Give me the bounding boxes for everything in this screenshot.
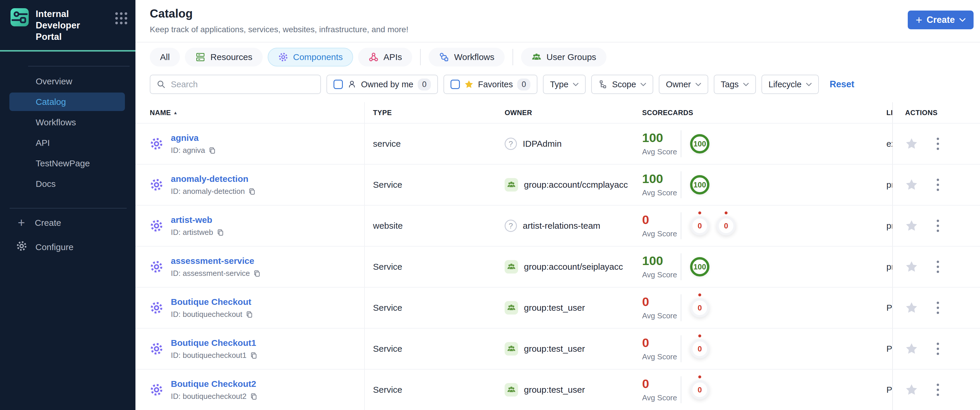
scorecard-badges: 100 <box>690 257 710 276</box>
component-name-link[interactable]: Boutique Checkout1 <box>171 338 256 348</box>
favorites-label: Favorites <box>478 80 513 89</box>
copy-icon[interactable] <box>208 147 216 154</box>
column-header-scorecards[interactable]: SCORECARDS <box>629 108 862 117</box>
tab-all[interactable]: All <box>150 48 180 67</box>
owner-name: IDPAdmin <box>523 139 562 149</box>
scorecard-badges: 0 <box>690 380 710 399</box>
tab-divider <box>420 49 421 65</box>
table-row: assessment-service ID: assessment-servic… <box>135 246 980 287</box>
column-header-owner[interactable]: OWNER <box>490 108 629 117</box>
component-id-text: ID: boutiquecheckout2 <box>171 392 247 401</box>
scorecards-cell: 100 Avg Score 100 <box>629 164 862 205</box>
type-dropdown[interactable]: Type <box>543 75 585 94</box>
kebab-menu-icon[interactable] <box>935 259 941 275</box>
copy-icon[interactable] <box>250 393 258 400</box>
component-gear-icon <box>150 383 163 397</box>
copy-icon[interactable] <box>246 311 253 318</box>
component-name-link[interactable]: assessment-service <box>171 256 254 266</box>
type-cell: Service <box>365 287 490 328</box>
sidebar-item-api[interactable]: API <box>10 134 125 152</box>
lifecycle-cell: Produc <box>862 370 892 410</box>
favorite-star-icon[interactable] <box>905 302 918 314</box>
avg-score-value: 100 <box>642 172 679 185</box>
sidebar-item-overview[interactable]: Overview <box>10 72 125 91</box>
actions-cell <box>892 124 980 164</box>
tab-workflows[interactable]: Workflows <box>429 48 504 67</box>
person-icon <box>347 80 356 89</box>
copy-icon[interactable] <box>253 270 261 277</box>
column-header-lifecycle[interactable]: LIFECYC <box>862 108 892 117</box>
favorites-filter[interactable]: Favorites 0 <box>444 75 538 94</box>
scorecard-ring: 0 <box>690 216 710 236</box>
sidebar-item-docs[interactable]: Docs <box>10 174 125 193</box>
owner-dropdown[interactable]: Owner <box>659 75 708 94</box>
kebab-menu-icon[interactable] <box>935 177 941 193</box>
type-cell: Service <box>365 329 490 369</box>
component-name-link[interactable]: Boutique Checkout <box>171 297 251 306</box>
scorecard-ring: 0 <box>690 339 710 359</box>
favorite-star-icon[interactable] <box>905 260 918 273</box>
copy-icon[interactable] <box>248 188 256 195</box>
score-divider <box>681 253 681 280</box>
owned-by-me-label: Owned by me <box>361 80 414 89</box>
column-header-type[interactable]: TYPE <box>365 108 490 117</box>
favorite-star-icon[interactable] <box>905 219 918 232</box>
tab-components[interactable]: Components <box>268 48 353 67</box>
component-name-link[interactable]: agniva <box>171 133 199 143</box>
score-divider <box>681 335 681 362</box>
component-name-link[interactable]: artist-web <box>171 215 212 225</box>
type-cell: Service <box>365 164 490 205</box>
copy-icon[interactable] <box>250 352 258 359</box>
reset-filters-link[interactable]: Reset <box>830 79 854 89</box>
type-dropdown-label: Type <box>550 80 568 89</box>
tags-dropdown[interactable]: Tags <box>714 75 756 94</box>
sidebar-item-workflows[interactable]: Workflows <box>10 113 125 131</box>
scope-dropdown[interactable]: Scope <box>591 75 653 94</box>
owned-by-me-checkbox[interactable] <box>334 80 343 89</box>
tab-user-groups[interactable]: User Groups <box>521 48 606 67</box>
component-gear-icon <box>150 219 163 233</box>
owned-by-me-filter[interactable]: Owned by me 0 <box>326 75 438 94</box>
favorite-star-icon[interactable] <box>905 342 918 355</box>
group-owner-icon <box>504 178 518 191</box>
kebab-menu-icon[interactable] <box>935 300 941 316</box>
sidebar-item-testnewpage[interactable]: TestNewPage <box>10 154 125 172</box>
type-cell: Service <box>365 370 490 410</box>
scope-dropdown-label: Scope <box>612 80 636 89</box>
search-input[interactable] <box>171 80 315 89</box>
component-name-link[interactable]: Boutique Checkout2 <box>171 379 256 389</box>
favorite-star-icon[interactable] <box>905 178 918 191</box>
plus-icon: + <box>916 16 922 24</box>
kebab-menu-icon[interactable] <box>935 136 941 152</box>
tab-label: Components <box>293 52 343 62</box>
sidebar-create-button[interactable]: + Create <box>0 211 135 234</box>
score-divider <box>681 212 681 239</box>
kebab-menu-icon[interactable] <box>935 341 941 357</box>
lifecycle-dropdown[interactable]: Lifecycle <box>762 75 819 94</box>
favorites-checkbox[interactable] <box>450 80 460 89</box>
sidebar-item-catalog[interactable]: Catalog <box>10 93 125 111</box>
favorite-star-icon[interactable] <box>905 383 918 396</box>
component-name-link[interactable]: anomaly-detection <box>171 174 248 183</box>
column-header-name[interactable]: NAME ▲ <box>135 102 365 123</box>
kebab-menu-icon[interactable] <box>935 218 941 234</box>
tab-divider <box>512 49 513 65</box>
component-id-text: ID: artistweb <box>171 228 213 237</box>
scorecards-cell: 100 Avg Score 100 <box>629 247 862 287</box>
apis-icon <box>368 52 379 62</box>
tab-resources[interactable]: Resources <box>185 48 262 67</box>
create-button[interactable]: + Create <box>908 11 974 29</box>
score-divider <box>681 171 681 198</box>
chevron-down-icon <box>695 83 701 86</box>
apps-grid-icon[interactable] <box>115 12 127 24</box>
favorite-star-icon[interactable] <box>905 137 918 150</box>
column-label: ACTIONS <box>905 108 938 117</box>
kebab-menu-icon[interactable] <box>935 382 941 398</box>
components-gear-icon <box>278 52 288 62</box>
tab-apis[interactable]: APIs <box>358 48 412 67</box>
owner-name: artist-relations-team <box>523 221 600 231</box>
brand-row: Internal Developer Portal <box>0 0 135 50</box>
score-divider <box>681 294 681 321</box>
sidebar-configure-button[interactable]: Configure <box>0 234 135 260</box>
copy-icon[interactable] <box>217 229 224 236</box>
